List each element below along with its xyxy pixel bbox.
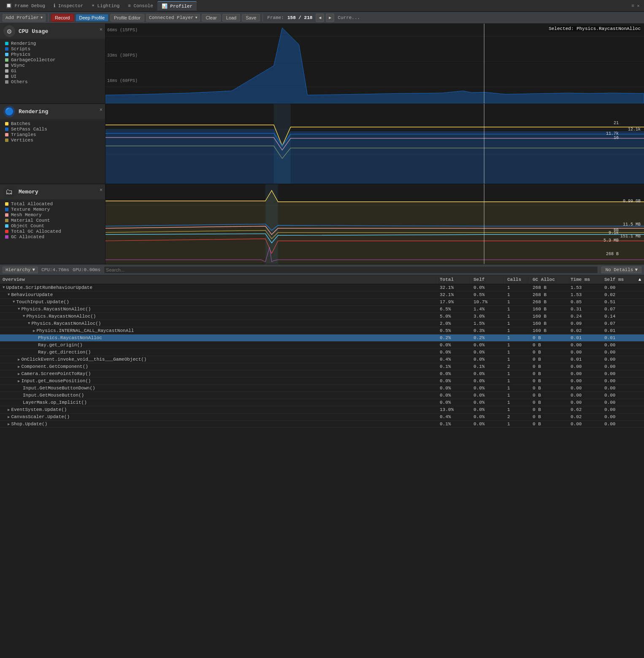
row-total: 0.0% — [437, 385, 471, 392]
tab-console[interactable]: ≡ Console — [124, 2, 157, 10]
table-row[interactable]: ▼ BehaviourUpdate 32.1% 0.5% 1 268 B 1.5… — [0, 291, 644, 299]
col-gc-alloc[interactable]: GC Alloc — [530, 276, 568, 283]
table-row[interactable]: ▶ CanvasScaler.Update() 0.4% 0.0% 2 0 B … — [0, 413, 644, 421]
table-row[interactable]: ▼ Physics.RaycastNonAlloc() 5.0% 3.0% 1 … — [0, 313, 644, 320]
profiler-toolbar: Add Profiler ▼ Record Deep Profile Profi… — [0, 12, 644, 24]
toolbar-separator-2 — [262, 14, 263, 22]
row-time-ms: 0.00 — [568, 392, 602, 399]
row-self: 1.4% — [471, 306, 505, 313]
cpu-panel: ⚙️ CPU Usage ✕ Rendering Scripts Physics — [0, 24, 105, 104]
memory-chart-panel[interactable]: 0.99 GB 11.5 MB 66 9.1k 151.1 MB 5.3 MB … — [106, 184, 644, 264]
cpu-chart-panel[interactable]: 66ms (15FPS) 33ms (30FPS) 16ms (60FPS) S… — [106, 24, 644, 104]
expand-arrow-icon[interactable]: ▶ — [33, 329, 35, 333]
tab-frame-debug[interactable]: 🔲 Frame Debug — [2, 1, 49, 10]
memory-panel: 🗂 Memory ✕ Total Allocated Texture Memor… — [0, 184, 105, 264]
row-calls: 1 — [505, 378, 530, 384]
tab-profiler[interactable]: 📊 Profiler — [157, 1, 197, 11]
expand-arrow-icon[interactable]: ▼ — [13, 300, 15, 304]
search-input[interactable] — [104, 266, 598, 274]
row-total: 0.0% — [437, 349, 471, 356]
expand-arrow-icon[interactable]: ▶ — [18, 357, 20, 362]
table-row[interactable]: Ray.get_origin() 0.0% 0.0% 1 0 B 0.00 0.… — [0, 342, 644, 349]
row-total: 0.4% — [437, 356, 471, 363]
col-overview[interactable]: Overview — [0, 276, 437, 283]
table-row[interactable]: Physics.RaycastNonAlloc 0.2% 0.2% 1 0 B … — [0, 334, 644, 342]
col-time-ms[interactable]: Time ms — [568, 276, 602, 283]
row-self-ms: 0.01 — [602, 334, 636, 341]
expand-arrow-icon[interactable]: ▶ — [18, 379, 20, 383]
load-button[interactable]: Load — [222, 14, 240, 22]
table-row[interactable]: ▼ Physics.RaycastNonAlloc() 2.0% 1.5% 1 … — [0, 320, 644, 327]
row-name: ▼ TouchInput.Update() — [0, 299, 437, 305]
frame-prev-button[interactable]: ◀ — [316, 14, 324, 22]
gc-color — [5, 58, 8, 62]
row-self-ms: 0.14 — [602, 313, 636, 320]
row-sort — [636, 356, 644, 363]
table-row[interactable]: ▶ Component.GetComponent() 0.1% 0.1% 2 0… — [0, 363, 644, 370]
connected-player-dropdown[interactable]: Connected Player ▼ — [146, 14, 200, 22]
object-count-color — [5, 224, 8, 228]
table-row[interactable]: LayerMask.op_Implicit() 0.0% 0.0% 1 0 B … — [0, 399, 644, 406]
row-self-ms: 0.00 — [602, 356, 636, 363]
table-row[interactable]: ▼ Update.ScriptRunBehaviourUpdate 32.1% … — [0, 284, 644, 291]
col-self[interactable]: Self — [471, 276, 505, 283]
hierarchy-mode-dropdown[interactable]: Hierarchy ▼ — [3, 266, 38, 273]
tab-inspector[interactable]: ℹ Inspector — [49, 1, 87, 10]
vsync-color — [5, 64, 8, 67]
col-sort-arrow[interactable]: ▲ — [636, 276, 644, 283]
table-row[interactable]: Ray.get_direction() 0.0% 0.0% 1 0 B 0.00… — [0, 349, 644, 356]
expand-arrow-icon[interactable]: ▼ — [8, 293, 10, 297]
gi-color — [5, 69, 8, 73]
col-total[interactable]: Total — [437, 276, 471, 283]
save-button[interactable]: Save — [242, 14, 260, 22]
table-row[interactable]: ▶ Input.get_mousePosition() 0.0% 0.0% 1 … — [0, 378, 644, 385]
table-row[interactable]: ▶ OnClickEvent.invoke_void__this___GameO… — [0, 356, 644, 363]
row-calls: 1 — [505, 399, 530, 406]
col-self-ms[interactable]: Self ms — [602, 276, 636, 283]
tab-lighting[interactable]: ☀ Lighting — [87, 1, 124, 10]
table-row[interactable]: ▶ EventSystem.Update() 13.0% 0.0% 1 0 B … — [0, 406, 644, 413]
frame-next-button[interactable]: ▶ — [326, 14, 334, 22]
cpu-panel-close[interactable]: ✕ — [100, 26, 103, 33]
row-name: ▶ EventSystem.Update() — [0, 406, 437, 413]
row-sort — [636, 342, 644, 348]
row-time-ms: 0.00 — [568, 363, 602, 370]
expand-arrow-icon[interactable]: ▼ — [28, 321, 30, 326]
table-row[interactable]: ▶ Physics.INTERNAL_CALL_RaycastNonAll 0.… — [0, 327, 644, 334]
expand-arrow-icon[interactable]: ▶ — [8, 422, 10, 427]
render-panel-close[interactable]: ✕ — [100, 106, 103, 113]
window-controls: ≡ ✕ — [629, 3, 642, 8]
expand-arrow-icon[interactable]: ▼ — [18, 307, 20, 311]
row-gc-alloc: 0 B — [530, 399, 568, 406]
deep-profile-button[interactable]: Deep Profile — [76, 14, 109, 22]
row-gc-alloc: 0 B — [530, 413, 568, 420]
add-profiler-dropdown[interactable]: Add Profiler ▼ — [3, 14, 46, 22]
row-self: 0.0% — [471, 370, 505, 377]
profile-editor-button[interactable]: Profile Editor — [110, 14, 144, 22]
table-row[interactable]: ▼ Physics.RaycastNonAlloc() 6.5% 1.4% 1 … — [0, 306, 644, 313]
expand-arrow-icon[interactable]: ▶ — [18, 364, 20, 369]
table-row[interactable]: Input.GetMouseButton() 0.0% 0.0% 1 0 B 0… — [0, 392, 644, 399]
expand-arrow-icon[interactable]: ▼ — [23, 314, 25, 318]
row-name-text: LayerMask.op_Implicit() — [23, 400, 87, 405]
render-chart-panel[interactable]: 21 12.1k 11.7k 16 — [106, 104, 644, 184]
row-name: ▶ Component.GetComponent() — [0, 363, 437, 370]
mem-268b: 268 B — [606, 252, 619, 256]
expand-arrow-icon[interactable]: ▶ — [8, 408, 10, 412]
no-details-dropdown[interactable]: No Details ▼ — [601, 266, 641, 273]
expand-arrow-icon[interactable]: ▶ — [18, 372, 20, 376]
row-gc-alloc: 160 B — [530, 313, 568, 320]
clear-button[interactable]: Clear — [202, 14, 220, 22]
table-row[interactable]: Input.GetMouseButtonDown() 0.0% 0.0% 1 0… — [0, 385, 644, 392]
memory-panel-close[interactable]: ✕ — [100, 187, 103, 193]
table-row[interactable]: ▶ Shop.Update() 0.1% 0.0% 1 0 B 0.00 0.0… — [0, 421, 644, 428]
col-calls[interactable]: Calls — [505, 276, 530, 283]
table-row[interactable]: ▶ Camera.ScreenPointToRay() 0.0% 0.0% 1 … — [0, 370, 644, 378]
row-total: 0.1% — [437, 363, 471, 370]
expand-arrow-icon[interactable]: ▶ — [8, 415, 10, 419]
record-button[interactable]: Record — [51, 14, 73, 22]
expand-arrow-icon[interactable]: ▼ — [3, 285, 5, 290]
row-gc-alloc: 0 B — [530, 356, 568, 363]
table-row[interactable]: ▼ TouchInput.Update() 17.9% 10.7% 1 268 … — [0, 299, 644, 306]
row-total: 17.9% — [437, 299, 471, 305]
